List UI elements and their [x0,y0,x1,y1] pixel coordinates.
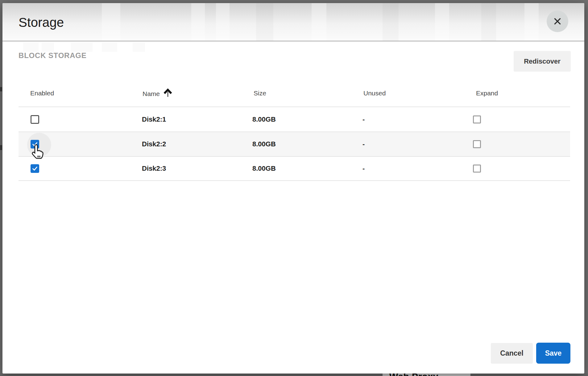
close-icon [552,16,563,27]
ghost-band [23,42,39,52]
block-storage-table: Enabled Name Size Unused Expand [19,86,570,181]
column-header-size[interactable]: Size [254,90,266,97]
disk-unused: - [362,140,365,148]
disk-unused: - [362,115,365,123]
background-page-fragment [0,87,2,91]
disk-name: Disk2:1 [142,115,166,123]
table-row-disk2-3: Disk2:3 8.00GB - [19,156,570,181]
ghost-band [435,3,449,41]
table-header-row: Enabled Name Size Unused Expand [19,86,570,107]
table-row-disk2-1: Disk2:1 8.00GB - [19,107,570,132]
disk-size: 8.00GB [252,165,276,173]
dialog-title: Storage [19,15,64,30]
ghost-band [216,3,230,41]
ghost-band [102,42,117,52]
rediscover-button[interactable]: Rediscover [514,51,571,72]
ghost-band [42,42,54,52]
save-button[interactable]: Save [536,343,570,364]
background-page-fragment [0,145,2,150]
disk-name: Disk2:2 [142,140,166,148]
sort-ascending-icon [163,88,173,98]
ghost-band [312,3,326,41]
cancel-button[interactable]: Cancel [491,343,533,364]
web-proxy-label: Web Proxy [383,373,470,376]
disk-size: 8.00GB [252,140,276,148]
storage-dialog: Storage BLOCK STORAGE Rediscover Enabled… [2,3,584,374]
enabled-checkbox[interactable] [31,164,39,173]
screen: Web Proxy Storage BLOCK STORAGE Red [0,0,588,376]
column-header-name[interactable]: Name [143,90,173,98]
dialog-header: Storage [2,3,584,41]
dimmed-background-page [0,374,588,376]
expand-checkbox[interactable] [473,165,481,173]
enabled-checkbox[interactable] [31,140,39,148]
enabled-checkbox[interactable] [31,115,39,124]
background-page-clipped-text: Web Proxy [383,373,470,376]
expand-checkbox[interactable] [473,115,481,123]
ghost-band [133,42,145,52]
close-button[interactable] [547,10,568,32]
check-icon [31,141,38,148]
column-header-unused[interactable]: Unused [363,90,386,97]
ghost-band [102,3,120,41]
disk-size: 8.00GB [252,115,276,123]
column-header-expand[interactable]: Expand [476,90,498,97]
ghost-band [256,3,273,41]
ghost-band [191,3,205,41]
ghost-band [71,42,93,52]
expand-checkbox[interactable] [473,140,481,148]
table-row-disk2-2: Disk2:2 8.00GB - [19,132,570,156]
column-header-enabled[interactable]: Enabled [30,90,54,97]
check-icon [31,165,38,172]
disk-name: Disk2:3 [142,165,166,173]
ghost-band [524,3,539,41]
disk-unused: - [362,165,365,173]
block-storage-section-label: BLOCK STORAGE [19,51,87,60]
ghost-band [383,3,399,41]
ghost-band [481,3,496,41]
